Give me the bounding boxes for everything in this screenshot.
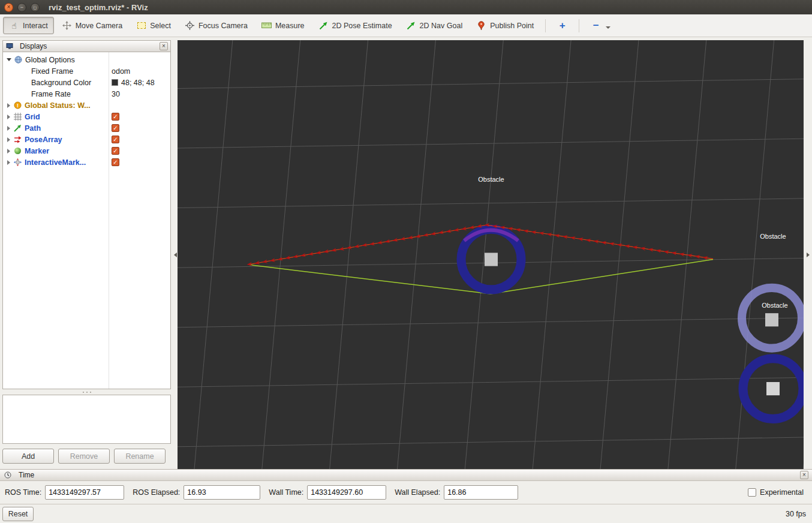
window-title: rviz_test_optim.rviz* - RViz	[49, 3, 148, 12]
titlebar[interactable]: rviz_test_optim.rviz* - RViz	[0, 0, 812, 14]
property-name: Background Color	[31, 79, 91, 87]
nav-goal-tool-button[interactable]: 2D Nav Goal	[400, 17, 469, 34]
wall-elapsed-label: Wall Elapsed:	[395, 488, 440, 497]
move-camera-tool-label: Move Camera	[76, 22, 123, 30]
measure-tool-label: Measure	[275, 22, 305, 30]
publish-point-tool-label: Publish Point	[490, 22, 534, 30]
frame-rate-value[interactable]: 30	[109, 90, 170, 98]
remove-display-button[interactable]: Remove	[58, 449, 110, 464]
wall-elapsed-input[interactable]	[444, 485, 518, 500]
tree-row-global-options[interactable]: Global Options	[3, 54, 170, 65]
publish-point-tool-button[interactable]: Publish Point	[470, 17, 540, 34]
window-maximize-button[interactable]	[31, 3, 40, 12]
tree-row-marker[interactable]: Marker	[3, 145, 170, 157]
display-name: Marker	[25, 147, 49, 155]
remove-tool-button[interactable]	[585, 17, 616, 34]
window-close-button[interactable]	[4, 3, 13, 12]
wall-time-input[interactable]	[307, 485, 386, 500]
expander-down-icon[interactable]	[7, 58, 11, 61]
render-viewport-3d[interactable]: Obstacle Obstacle Obstacle	[178, 40, 804, 469]
nav-goal-tool-label: 2D Nav Goal	[420, 22, 463, 30]
expander-right-icon[interactable]	[7, 149, 10, 154]
right-splitter-handle[interactable]	[804, 40, 812, 469]
toolbar: Interact Move Camera Select Focus Camera…	[0, 14, 812, 37]
publish-point-pin-icon	[476, 20, 486, 31]
time-panel-header[interactable]: Time	[0, 470, 812, 481]
grid-icon	[13, 113, 22, 121]
display-name: Grid	[25, 113, 40, 121]
clock-icon	[4, 471, 12, 479]
path-enabled-checkbox[interactable]	[112, 124, 119, 132]
tree-row-posearray[interactable]: PoseArray	[3, 134, 170, 145]
measure-tool-button[interactable]: Measure	[255, 17, 311, 34]
time-panel: Time ROS Time: ROS Elapsed: Wall Time: W…	[0, 469, 812, 504]
toolbar-separator	[545, 19, 546, 32]
obstacle-label: Obstacle	[478, 176, 504, 183]
tree-row-grid[interactable]: Grid	[3, 111, 170, 122]
move-camera-icon	[62, 20, 72, 31]
fps-counter: 30 fps	[786, 510, 806, 518]
panel-splitter-handle[interactable]	[2, 389, 171, 395]
displays-panel-title: Displays	[20, 42, 47, 50]
interact-tool-button[interactable]: Interact	[3, 17, 54, 34]
left-splitter-handle[interactable]	[173, 40, 178, 469]
property-name: Fixed Frame	[31, 67, 73, 76]
tree-row-global-status[interactable]: ! Global Status: W...	[3, 100, 170, 111]
collapse-right-icon[interactable]	[807, 253, 810, 257]
rename-display-button[interactable]: Rename	[114, 449, 166, 464]
chevron-down-icon	[606, 26, 610, 29]
expander-right-icon[interactable]	[7, 103, 10, 108]
warning-icon: !	[13, 101, 22, 110]
background-color-value[interactable]: 48; 48; 48	[109, 79, 170, 87]
select-icon	[136, 20, 146, 31]
window-minimize-button[interactable]	[17, 3, 26, 12]
reset-button[interactable]: Reset	[2, 507, 34, 521]
measure-icon	[261, 20, 272, 31]
time-close-button[interactable]	[800, 471, 808, 479]
move-camera-tool-button[interactable]: Move Camera	[56, 17, 129, 34]
grid-enabled-checkbox[interactable]	[112, 113, 119, 121]
displays-panel-header[interactable]: Displays	[2, 40, 171, 52]
globe-icon	[14, 56, 22, 64]
add-tool-button[interactable]	[551, 17, 573, 34]
select-tool-button[interactable]: Select	[130, 17, 177, 34]
posearray-enabled-checkbox[interactable]	[112, 136, 119, 143]
tree-row-interactive-markers[interactable]: InteractiveMark...	[3, 157, 170, 168]
marker-enabled-checkbox[interactable]	[112, 147, 119, 155]
tree-row-background-color[interactable]: Background Color 48; 48; 48	[3, 77, 170, 88]
ros-elapsed-label: ROS Elapsed:	[133, 488, 180, 497]
pose-estimate-arrow-icon	[318, 20, 329, 31]
property-name: Global Options	[25, 56, 75, 64]
display-name: InteractiveMark...	[25, 158, 86, 167]
displays-close-button[interactable]	[160, 42, 168, 50]
obstacle-label: Obstacle	[760, 233, 786, 240]
expander-right-icon[interactable]	[7, 160, 10, 165]
tree-row-path[interactable]: Path	[3, 122, 170, 134]
time-panel-title: Time	[19, 471, 34, 479]
select-tool-label: Select	[150, 22, 171, 30]
experimental-checkbox[interactable]	[748, 488, 756, 497]
pose-estimate-tool-button[interactable]: 2D Pose Estimate	[312, 17, 398, 34]
expander-right-icon[interactable]	[7, 115, 10, 119]
collapse-left-icon[interactable]	[174, 253, 177, 257]
add-display-button[interactable]: Add	[2, 449, 54, 464]
tree-row-frame-rate[interactable]: Frame Rate 30	[3, 88, 170, 100]
display-name: PoseArray	[25, 136, 62, 144]
focus-camera-tool-button[interactable]: Focus Camera	[179, 17, 254, 34]
expander-right-icon[interactable]	[7, 137, 10, 142]
toolbar-separator	[579, 19, 579, 32]
fixed-frame-value[interactable]: odom	[109, 67, 170, 76]
ros-time-input[interactable]	[45, 485, 124, 500]
interactive-markers-enabled-checkbox[interactable]	[112, 158, 119, 166]
splitter-dots	[83, 392, 84, 393]
expander-right-icon[interactable]	[7, 126, 10, 131]
wall-time-label: Wall Time:	[269, 488, 303, 497]
focus-camera-tool-label: Focus Camera	[199, 22, 248, 30]
pose-estimate-tool-label: 2D Pose Estimate	[332, 22, 392, 30]
property-name: Frame Rate	[31, 90, 71, 98]
color-swatch	[112, 79, 118, 86]
main-area: Displays Global Options Fixed Frame odom	[0, 37, 812, 469]
ros-elapsed-input[interactable]	[184, 485, 260, 500]
hand-icon	[9, 20, 19, 31]
tree-row-fixed-frame[interactable]: Fixed Frame odom	[3, 65, 170, 77]
